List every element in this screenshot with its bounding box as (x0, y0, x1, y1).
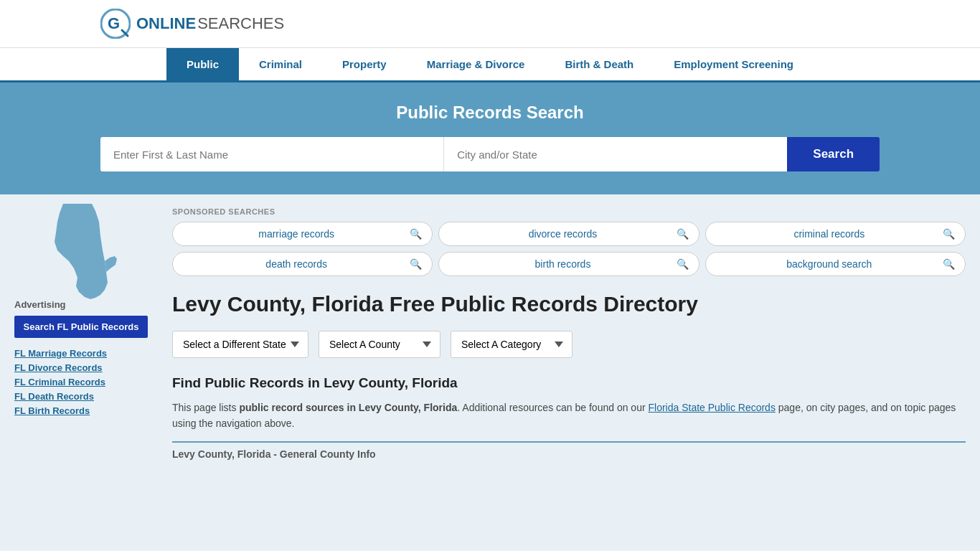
nav-item-employment[interactable]: Employment Screening (654, 48, 814, 80)
sponsored-label: SPONSORED SEARCHES (172, 207, 966, 216)
sidebar-link-marriage[interactable]: FL Marriage Records (14, 348, 148, 359)
paragraph-part2: . Additional resources can be found on o… (457, 402, 648, 413)
sponsored-pill-text-divorce: divorce records (449, 228, 676, 240)
main-content: SPONSORED SEARCHES marriage records 🔍 di… (158, 194, 966, 473)
search-icon-background: 🔍 (943, 258, 955, 270)
nav-item-property[interactable]: Property (322, 48, 407, 80)
sponsored-pill-text-birth: birth records (449, 258, 676, 270)
sponsored-pill-death[interactable]: death records 🔍 (172, 252, 433, 276)
sidebar: Advertising Search FL Public Records FL … (14, 194, 158, 473)
logo-icon: G (100, 9, 131, 39)
sponsored-grid: marriage records 🔍 divorce records 🔍 cri… (172, 222, 966, 276)
city-input[interactable] (443, 137, 787, 171)
sponsored-pill-text-death: death records (183, 258, 410, 270)
sponsored-pill-text-criminal: criminal records (716, 228, 943, 240)
hero-section: Public Records Search Search (0, 83, 980, 194)
find-records-title: Find Public Records in Levy County, Flor… (172, 375, 966, 391)
sidebar-link-criminal[interactable]: FL Criminal Records (14, 377, 148, 387)
category-dropdown[interactable]: Select A Category (451, 331, 573, 358)
logo: G ONLINE SEARCHES (100, 9, 284, 39)
search-icon-divorce: 🔍 (677, 228, 689, 240)
search-icon-death: 🔍 (410, 258, 422, 270)
intro-paragraph: This page lists public record sources in… (172, 400, 966, 432)
sidebar-link-death[interactable]: FL Death Records (14, 391, 148, 402)
dropdowns-row: Select a Different State Select A County… (172, 331, 966, 358)
search-icon-criminal: 🔍 (943, 228, 955, 240)
paragraph-part1: This page lists (172, 402, 239, 413)
sidebar-link-birth[interactable]: FL Birth Records (14, 405, 148, 416)
search-button[interactable]: Search (787, 137, 880, 171)
header: G ONLINE SEARCHES (0, 0, 980, 48)
sponsored-pill-background[interactable]: background search 🔍 (705, 252, 966, 276)
search-bar: Search (100, 137, 880, 171)
county-info-label: Levy County, Florida - General County In… (172, 443, 966, 460)
sidebar-search-btn[interactable]: Search FL Public Records (14, 316, 148, 338)
search-icon-marriage: 🔍 (410, 228, 422, 240)
logo-searches: SEARCHES (197, 14, 284, 33)
florida-map (42, 207, 121, 293)
state-dropdown[interactable]: Select a Different State (172, 331, 308, 358)
sponsored-pill-divorce[interactable]: divorce records 🔍 (438, 222, 699, 246)
nav-item-marriage[interactable]: Marriage & Divorce (407, 48, 545, 80)
nav-item-birth[interactable]: Birth & Death (545, 48, 654, 80)
nav-item-public[interactable]: Public (166, 48, 239, 80)
logo-text: ONLINE SEARCHES (136, 14, 284, 33)
sidebar-link-divorce[interactable]: FL Divorce Records (14, 362, 148, 373)
paragraph-bold: public record sources in Levy County, Fl… (239, 402, 457, 413)
main-nav: Public Criminal Property Marriage & Divo… (0, 48, 980, 83)
sponsored-pill-marriage[interactable]: marriage records 🔍 (172, 222, 433, 246)
search-icon-birth: 🔍 (677, 258, 689, 270)
sponsored-pill-criminal[interactable]: criminal records 🔍 (705, 222, 966, 246)
sponsored-pill-birth[interactable]: birth records 🔍 (438, 252, 699, 276)
county-dropdown[interactable]: Select A County (319, 331, 440, 358)
logo-online: ONLINE (136, 14, 196, 33)
sponsored-pill-text-marriage: marriage records (183, 228, 410, 240)
sidebar-advertising-label: Advertising (14, 299, 148, 310)
sponsored-pill-text-background: background search (716, 258, 943, 270)
name-input[interactable] (100, 137, 443, 171)
hero-title: Public Records Search (100, 103, 880, 123)
page-heading: Levy County, Florida Free Public Records… (172, 291, 966, 318)
svg-text:G: G (108, 14, 120, 32)
florida-state-link[interactable]: Florida State Public Records (648, 402, 775, 413)
nav-item-criminal[interactable]: Criminal (239, 48, 322, 80)
content-area: Advertising Search FL Public Records FL … (0, 194, 980, 473)
